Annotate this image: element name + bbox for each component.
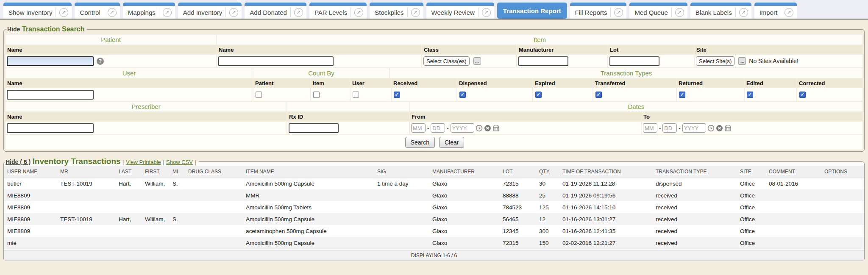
hide-transactions-link[interactable]: Hide ( 6 ) [6, 158, 31, 165]
col-drug-class[interactable]: DRUG CLASS [185, 169, 242, 175]
clock-icon[interactable] [707, 125, 715, 132]
calendar-icon[interactable] [724, 125, 732, 132]
type-corrected-checkbox[interactable]: ✓ [799, 92, 806, 98]
lot-input[interactable] [609, 56, 659, 66]
cell-first: William, [142, 181, 169, 187]
cell-item-name: acetaminophen 500mg Capsule [242, 228, 374, 234]
tab-stockpiles[interactable]: Stockpiles↗ [370, 3, 423, 19]
clear-button[interactable]: Clear [439, 137, 464, 148]
type-expired-checkbox[interactable]: ✓ [535, 92, 542, 98]
clear-date-icon[interactable] [484, 125, 491, 132]
tab-accent [178, 3, 242, 6]
count-by-item-checkbox[interactable] [313, 92, 320, 98]
type-transferred-checkbox[interactable]: ✓ [595, 92, 602, 98]
popout-icon[interactable]: ↗ [482, 8, 491, 17]
patient-name-input[interactable] [7, 56, 94, 66]
type-returned-checkbox[interactable]: ✓ [679, 92, 685, 98]
popout-icon[interactable]: ↗ [675, 8, 684, 17]
to-year-input[interactable] [682, 123, 706, 133]
table-row[interactable]: MIE8809Amoxicillin 500mg TabletsGlaxo784… [4, 201, 864, 213]
popout-icon[interactable]: ↗ [163, 8, 172, 17]
popout-icon[interactable]: ↗ [785, 8, 793, 17]
col-user-name[interactable]: USER NAME [4, 169, 57, 175]
to-month-input[interactable] [643, 123, 657, 133]
hide-search-link[interactable]: Hide [7, 26, 20, 33]
tab-transaction-report[interactable]: Transaction Report [497, 3, 567, 19]
popout-icon[interactable]: ↗ [411, 8, 420, 17]
from-month-input[interactable] [411, 123, 426, 133]
input-row: - - - - [6, 122, 862, 134]
col-comment[interactable]: COMMENT [765, 169, 821, 175]
type-edited-checkbox[interactable]: ✓ [747, 92, 753, 98]
popout-icon[interactable]: ↗ [59, 8, 68, 17]
tab-blank-labels[interactable]: Blank Labels↗ [690, 3, 751, 19]
from-day-input[interactable] [431, 123, 445, 133]
popout-icon[interactable]: ↗ [614, 8, 623, 17]
tab-mappings[interactable]: Mappings↗ [123, 3, 175, 19]
tab-import[interactable]: Import↗ [754, 3, 797, 19]
col-time-of-transaction[interactable]: TIME OF TRANSACTION [559, 169, 652, 175]
col-item-name[interactable]: ITEM NAME [242, 169, 374, 175]
col-sig[interactable]: SIG [374, 169, 429, 175]
cell-qty: 12 [536, 216, 559, 222]
tab-add-inventory[interactable]: Add Inventory↗ [178, 3, 242, 19]
class-picker-button[interactable]: ... [473, 57, 481, 65]
table-row[interactable]: mieAmoxicillin 500mg CapsuleGlaxo7231515… [4, 237, 864, 249]
transactions-table: USER NAME MR LAST FIRST MI DRUG CLASS IT… [4, 166, 864, 261]
tab-divider [610, 8, 611, 17]
col-first[interactable]: FIRST [142, 169, 169, 175]
col-transaction-type[interactable]: TRANSACTION TYPE [652, 169, 737, 175]
calendar-icon[interactable] [492, 125, 500, 132]
count-by-user-checkbox[interactable] [353, 92, 359, 98]
cell-manufacturer: Glaxo [429, 181, 499, 187]
col-manufacturer[interactable]: MANUFACTURER [429, 169, 499, 175]
manufacturer-input[interactable] [518, 56, 568, 66]
inventory-transactions-panel: Hide ( 6 ) Inventory Transactions | View… [3, 157, 865, 261]
user-name-input[interactable] [7, 90, 94, 100]
col-lot[interactable]: LOT [499, 169, 536, 175]
popout-icon[interactable]: ↗ [294, 8, 303, 17]
item-name-input[interactable] [218, 56, 334, 66]
prescriber-name-input[interactable] [7, 123, 94, 133]
tab-control[interactable]: Control↗ [75, 3, 120, 19]
section-header-row: User Count By Transaction Types [6, 68, 862, 78]
tab-show-inventory[interactable]: Show Inventory↗ [3, 3, 72, 19]
site-picker-button[interactable]: ... [738, 57, 746, 65]
type-dispensed-checkbox[interactable]: ✓ [459, 92, 466, 98]
tab-add-donated[interactable]: Add Donated↗ [245, 3, 306, 19]
from-year-input[interactable] [451, 123, 474, 133]
view-printable-link[interactable]: View Printable [126, 159, 161, 165]
popout-icon[interactable]: ↗ [739, 8, 748, 17]
select-classes-button[interactable]: Select Class(es) [423, 56, 470, 66]
search-button[interactable]: Search [405, 137, 435, 148]
tab-med-queue[interactable]: Med Queue↗ [629, 3, 687, 19]
select-sites-button[interactable]: Select Site(s) [696, 56, 734, 66]
table-row[interactable]: butlerTEST-10019Hart,William,S.Amoxicill… [4, 178, 864, 189]
table-row[interactable]: MIE8809MMRGlaxo888882501-19-2026 09:19:5… [4, 189, 864, 201]
table-row[interactable]: MIE8809TEST-10019Hart,William,S.Amoxicil… [4, 213, 864, 225]
cell-qty: 150 [536, 240, 559, 246]
col-mi[interactable]: MI [169, 169, 185, 175]
show-csv-link[interactable]: Show CSV [166, 159, 193, 165]
popout-icon[interactable]: ↗ [354, 8, 363, 17]
type-dispensed-label: Dispensed [457, 79, 532, 87]
col-site[interactable]: SITE [737, 169, 765, 175]
rx-id-input[interactable] [289, 123, 339, 133]
col-last[interactable]: LAST [115, 169, 142, 175]
tab-label: Control [80, 9, 100, 16]
popout-icon[interactable]: ↗ [108, 8, 117, 17]
tab-weekly-review[interactable]: Weekly Review↗ [426, 3, 494, 19]
tab-fill-reports[interactable]: Fill Reports↗ [570, 3, 627, 19]
tab-label: PAR Levels [314, 9, 347, 16]
col-qty[interactable]: QTY [536, 169, 559, 175]
clock-icon[interactable] [476, 125, 483, 132]
tab-par-levels[interactable]: PAR Levels↗ [309, 3, 367, 19]
clear-date-icon[interactable] [716, 125, 723, 132]
help-icon[interactable]: ? [97, 58, 104, 65]
table-row[interactable]: MIE8809acetaminophen 500mg CapsuleGlaxo1… [4, 225, 864, 237]
count-by-patient-checkbox[interactable] [256, 92, 262, 98]
type-received-checkbox[interactable]: ✓ [394, 92, 400, 98]
to-day-input[interactable] [662, 123, 677, 133]
popout-icon[interactable]: ↗ [229, 8, 238, 17]
cell-time: 01-16-2026 12:41:35 [559, 228, 652, 234]
